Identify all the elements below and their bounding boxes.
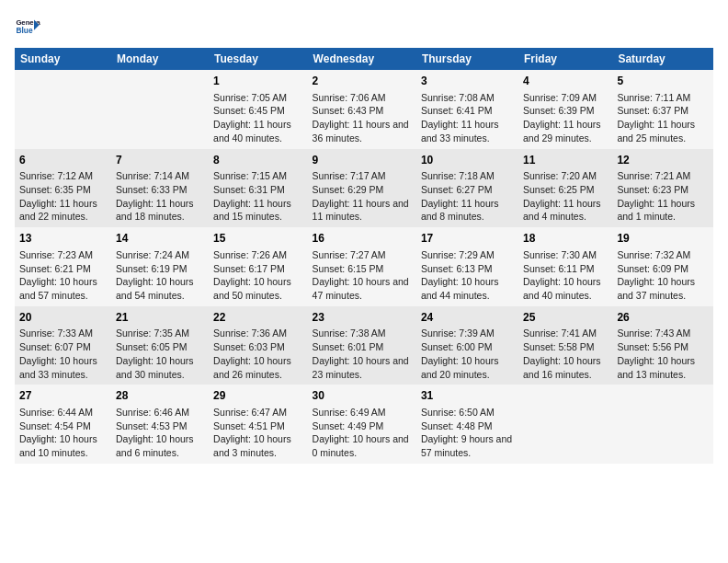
day-info: Daylight: 10 hours and 54 minutes. [116,275,204,302]
day-info: Sunrise: 7:35 AM [116,327,204,340]
day-info: Daylight: 10 hours and 47 minutes. [313,275,412,302]
day-number: 8 [213,153,303,168]
day-info: Sunrise: 7:23 AM [19,248,107,262]
day-number: 29 [213,388,303,404]
calendar-cell: 1Sunrise: 7:05 AMSunset: 6:45 PMDaylight… [209,70,308,149]
day-info: Sunrise: 7:26 AM [213,248,303,262]
day-info: Sunset: 6:45 PM [213,104,303,118]
day-info: Sunset: 6:43 PM [313,104,412,118]
calendar-week-5: 27Sunrise: 6:44 AMSunset: 4:54 PMDayligh… [15,385,713,464]
day-info: Sunrise: 7:08 AM [421,91,514,105]
day-info: Sunset: 6:07 PM [19,340,107,354]
col-thursday: Thursday [416,48,518,70]
day-info: Sunrise: 7:43 AM [617,327,709,340]
calendar-cell: 15Sunrise: 7:26 AMSunset: 6:17 PMDayligh… [209,227,308,306]
day-info: Sunrise: 7:38 AM [313,327,412,340]
calendar-cell: 4Sunrise: 7:09 AMSunset: 6:39 PMDaylight… [518,70,612,149]
calendar-cell: 3Sunrise: 7:08 AMSunset: 6:41 PMDaylight… [416,70,518,149]
day-info: Sunrise: 7:11 AM [617,91,709,105]
day-info: Sunrise: 6:49 AM [313,406,412,419]
day-info: Daylight: 10 hours and 3 minutes. [213,432,303,459]
day-number: 11 [523,153,608,168]
calendar-cell: 10Sunrise: 7:18 AMSunset: 6:27 PMDayligh… [416,149,518,228]
day-info: Daylight: 11 hours and 18 minutes. [116,197,204,224]
calendar-cell: 25Sunrise: 7:41 AMSunset: 5:58 PMDayligh… [518,306,612,385]
day-info: Sunrise: 7:12 AM [19,169,107,183]
day-info: Daylight: 10 hours and 0 minutes. [313,432,412,459]
day-number: 14 [116,231,204,247]
day-info: Sunrise: 7:30 AM [523,248,608,262]
col-wednesday: Wednesday [308,48,416,70]
col-sunday: Sunday [15,48,111,70]
day-info: Daylight: 10 hours and 50 minutes. [213,275,303,302]
calendar-cell: 14Sunrise: 7:24 AMSunset: 6:19 PMDayligh… [111,227,209,306]
calendar-cell: 11Sunrise: 7:20 AMSunset: 6:25 PMDayligh… [518,149,612,228]
day-info: Sunset: 4:53 PM [116,419,204,433]
page-container: GeneralBlue Sunday Monday Tuesday Wednes… [0,0,728,473]
day-info: Sunset: 6:35 PM [19,183,107,197]
day-info: Daylight: 10 hours and 44 minutes. [421,275,514,302]
day-info: Sunrise: 7:39 AM [421,327,514,340]
day-info: Sunset: 6:19 PM [116,262,204,276]
day-number: 22 [213,310,303,326]
day-info: Sunset: 6:39 PM [523,104,608,118]
day-info: Sunrise: 7:21 AM [617,169,709,183]
day-number: 7 [116,153,204,168]
day-info: Sunset: 6:37 PM [617,104,709,118]
day-info: Sunset: 6:09 PM [617,262,709,276]
calendar-cell: 19Sunrise: 7:32 AMSunset: 6:09 PMDayligh… [612,227,713,306]
day-info: Daylight: 10 hours and 33 minutes. [19,354,107,381]
day-number: 23 [313,310,412,326]
day-info: Daylight: 10 hours and 23 minutes. [313,354,412,381]
day-info: Sunset: 5:56 PM [617,340,709,354]
day-number: 25 [523,310,608,326]
day-info: Sunrise: 7:33 AM [19,327,107,340]
day-info: Sunset: 6:31 PM [213,183,303,197]
day-number: 13 [19,231,107,247]
day-info: Daylight: 11 hours and 33 minutes. [421,118,514,144]
day-info: Sunset: 4:49 PM [313,419,412,433]
calendar-cell [111,70,209,149]
day-info: Daylight: 10 hours and 30 minutes. [116,354,204,381]
day-info: Sunset: 6:01 PM [313,340,412,354]
day-info: Daylight: 10 hours and 16 minutes. [523,354,608,381]
calendar-cell [518,385,612,464]
calendar-week-3: 13Sunrise: 7:23 AMSunset: 6:21 PMDayligh… [15,227,713,306]
calendar-cell: 21Sunrise: 7:35 AMSunset: 6:05 PMDayligh… [111,306,209,385]
day-info: Daylight: 11 hours and 8 minutes. [421,197,514,224]
svg-text:Blue: Blue [16,26,32,35]
day-info: Sunset: 4:48 PM [421,419,514,433]
day-number: 5 [617,74,709,89]
day-info: Sunrise: 7:29 AM [421,248,514,262]
calendar-cell: 5Sunrise: 7:11 AMSunset: 6:37 PMDaylight… [612,70,713,149]
calendar-cell: 30Sunrise: 6:49 AMSunset: 4:49 PMDayligh… [308,385,416,464]
calendar-cell: 24Sunrise: 7:39 AMSunset: 6:00 PMDayligh… [416,306,518,385]
day-number: 19 [617,231,709,247]
day-info: Daylight: 11 hours and 29 minutes. [523,118,608,144]
day-info: Sunrise: 7:24 AM [116,248,204,262]
day-info: Daylight: 11 hours and 40 minutes. [213,118,303,144]
day-number: 2 [313,74,412,89]
calendar-cell: 22Sunrise: 7:36 AMSunset: 6:03 PMDayligh… [209,306,308,385]
day-info: Sunset: 4:54 PM [19,419,107,433]
calendar-cell: 31Sunrise: 6:50 AMSunset: 4:48 PMDayligh… [416,385,518,464]
calendar-body: 1Sunrise: 7:05 AMSunset: 6:45 PMDaylight… [15,70,713,464]
day-info: Daylight: 10 hours and 40 minutes. [523,275,608,302]
day-number: 16 [313,231,412,247]
day-number: 3 [421,74,514,89]
calendar-cell: 7Sunrise: 7:14 AMSunset: 6:33 PMDaylight… [111,149,209,228]
calendar-cell: 20Sunrise: 7:33 AMSunset: 6:07 PMDayligh… [15,306,111,385]
calendar-week-4: 20Sunrise: 7:33 AMSunset: 6:07 PMDayligh… [15,306,713,385]
calendar-cell: 28Sunrise: 6:46 AMSunset: 4:53 PMDayligh… [111,385,209,464]
day-info: Sunset: 6:23 PM [617,183,709,197]
logo-icon: GeneralBlue [15,15,40,40]
day-number: 17 [421,231,514,247]
calendar-table: Sunday Monday Tuesday Wednesday Thursday… [15,48,713,464]
day-number: 26 [617,310,709,326]
calendar-cell: 27Sunrise: 6:44 AMSunset: 4:54 PMDayligh… [15,385,111,464]
day-info: Sunset: 6:03 PM [213,340,303,354]
calendar-cell [15,70,111,149]
day-number: 4 [523,74,608,89]
day-info: Sunrise: 7:36 AM [213,327,303,340]
day-info: Sunset: 6:25 PM [523,183,608,197]
